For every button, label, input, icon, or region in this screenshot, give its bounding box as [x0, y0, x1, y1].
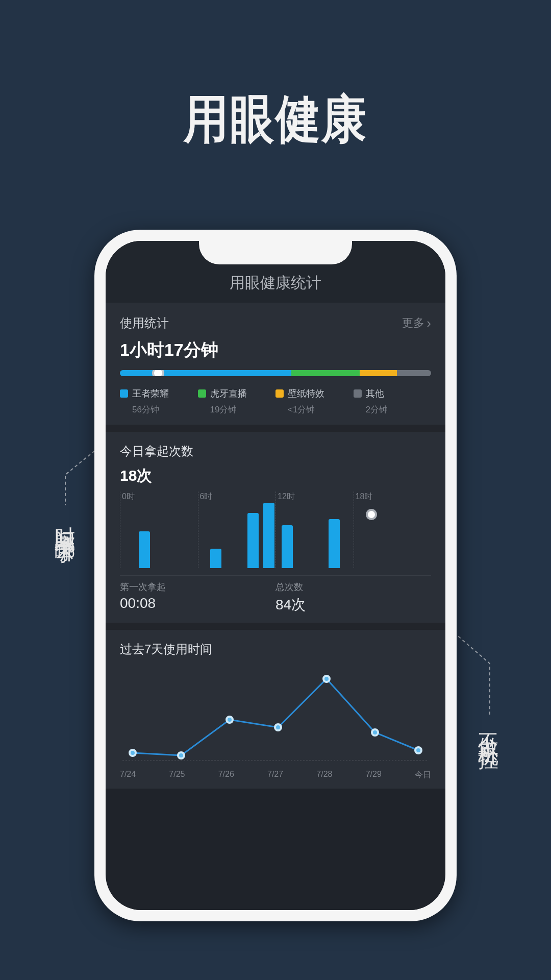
slider-handle-icon[interactable] [152, 370, 164, 376]
svg-point-1 [130, 750, 136, 756]
seven-day-card: 过去7天使用时间 7/24 7/25 7/26 7/27 7/28 7/29 今… [106, 630, 445, 789]
legend-item: 壁纸特效 <1分钟 [276, 387, 354, 415]
progress-seg-0 [120, 370, 291, 376]
more-link[interactable]: 更多 [402, 315, 431, 331]
pickup-bar-chart[interactable]: 0时 6时 12时 18时 [120, 492, 431, 568]
seven-day-line-chart[interactable] [120, 664, 431, 766]
legend-name: 王者荣耀 [132, 387, 169, 400]
legend-name: 壁纸特效 [288, 387, 324, 400]
stat-total-pickup: 总次数 84次 [276, 581, 431, 615]
usage-card: 使用统计 更多 1小时17分钟 王者荣耀 56分钟 [106, 303, 445, 425]
stat-value: 00:08 [120, 595, 276, 611]
legend-value: 56分钟 [132, 404, 198, 415]
legend-name: 其他 [366, 387, 384, 400]
tick-label: 18时 [356, 492, 373, 502]
chevron-right-icon [427, 315, 431, 331]
legend-value: <1分钟 [288, 404, 354, 415]
data-bar [247, 513, 259, 568]
legend-item: 王者荣耀 56分钟 [120, 387, 198, 415]
swatch-icon [120, 389, 128, 398]
usage-label: 使用统计 [120, 315, 169, 331]
svg-point-7 [415, 747, 421, 753]
seven-day-title: 过去7天使用时间 [120, 641, 431, 657]
usage-progress-bar[interactable] [120, 370, 431, 376]
stat-first-pickup: 第一次拿起 00:08 [120, 581, 276, 615]
pickup-card: 今日拿起次数 18次 0时 6时 12时 18时 [106, 432, 445, 623]
stat-label: 总次数 [276, 581, 431, 593]
legend-value: 19分钟 [210, 404, 276, 415]
usage-legend: 王者荣耀 56分钟 虎牙直播 19分钟 壁纸特效 <1分钟 其他 2分钟 [120, 387, 431, 415]
legend-item: 虎牙直播 19分钟 [198, 387, 276, 415]
xlabel: 7/27 [267, 770, 283, 780]
data-bar [210, 549, 221, 568]
xlabel: 今日 [415, 770, 431, 780]
svg-point-6 [372, 729, 378, 736]
svg-point-3 [227, 717, 233, 723]
tick-label: 0时 [122, 492, 135, 502]
progress-seg-1 [291, 370, 360, 376]
svg-point-5 [323, 676, 330, 682]
xlabel: 7/24 [120, 770, 136, 780]
data-bar [139, 531, 150, 568]
legend-value: 2分钟 [366, 404, 432, 415]
xlabel: 7/25 [169, 770, 185, 780]
pickup-stats-row: 第一次拿起 00:08 总次数 84次 [120, 575, 431, 615]
legend-name: 虎牙直播 [210, 387, 247, 400]
stat-value: 84次 [276, 595, 431, 615]
phone-screen: 用眼健康统计 使用统计 更多 1小时17分钟 王者荣耀 [106, 241, 445, 910]
pickup-title: 今日拿起次数 [120, 443, 431, 459]
data-bar [282, 525, 293, 568]
svg-point-4 [275, 724, 281, 730]
page-title: 用眼健康 [0, 85, 551, 155]
progress-seg-2 [360, 370, 397, 376]
tick-label: 12时 [278, 492, 295, 502]
pickup-count: 18次 [120, 465, 431, 486]
xlabel: 7/29 [366, 770, 382, 780]
progress-seg-3 [397, 370, 431, 376]
phone-mockup: 用眼健康统计 使用统计 更多 1小时17分钟 王者荣耀 [94, 230, 457, 921]
swatch-icon [198, 389, 206, 398]
xlabel: 7/28 [316, 770, 332, 780]
total-usage-time: 1小时17分钟 [120, 338, 431, 362]
more-text: 更多 [402, 315, 424, 331]
phone-notch [199, 241, 352, 264]
side-caption-right: 不做手机控 [474, 717, 503, 738]
seven-day-xlabels: 7/24 7/25 7/26 7/27 7/28 7/29 今日 [120, 768, 431, 782]
xlabel: 7/26 [218, 770, 234, 780]
swatch-icon [354, 389, 362, 398]
legend-item: 其他 2分钟 [354, 387, 432, 415]
chart-highlight-dot-icon[interactable] [366, 509, 377, 520]
tick-label: 6时 [200, 492, 213, 502]
swatch-icon [276, 389, 284, 398]
svg-point-2 [178, 752, 184, 758]
side-caption-left: 时间都去哪了 [51, 510, 79, 535]
data-bar [263, 503, 274, 568]
stat-label: 第一次拿起 [120, 581, 276, 593]
data-bar [329, 519, 340, 568]
